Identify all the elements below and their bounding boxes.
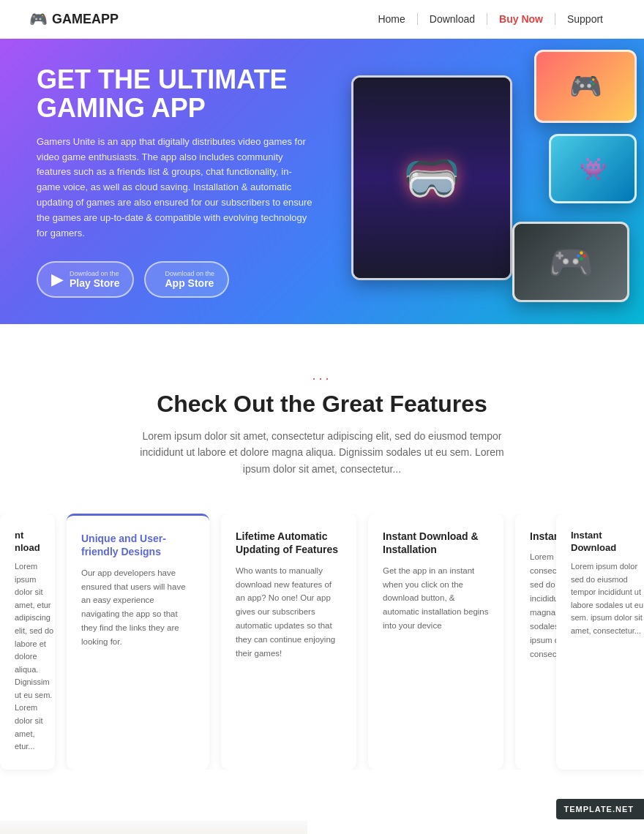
playstore-icon: ▶ [51, 270, 64, 289]
feature-cards-main: Unique and User-friendly Designs Our app… [55, 514, 556, 770]
card-unique-body: Our app developers have ensured that use… [81, 566, 195, 650]
hero-description: Gamers Unite is an app that digitally di… [37, 135, 315, 241]
playstore-button[interactable]: ▶ Download on the Play Store [37, 261, 134, 298]
playstore-text: Download on the Play Store [70, 270, 119, 289]
navbar: 🎮 GAMEAPP Home Download Buy Now Support [0, 0, 644, 39]
vr-mask-icon: 🥽 [402, 151, 461, 206]
card-instant-install-title: Instant Download & Installation [383, 530, 489, 556]
nav-support[interactable]: Support [555, 13, 615, 25]
feature-card-unique: Unique and User-friendly Designs Our app… [67, 514, 209, 770]
controller-icon: 🎮 [548, 241, 594, 283]
logo-icon: 🎮 [29, 10, 48, 28]
logo-text: GAMEAPP [52, 12, 119, 27]
hero-card-1: 🎮 [534, 50, 637, 123]
appstore-button[interactable]: Download on the App Store [144, 261, 229, 298]
benefits-image: 🥽 🙌 🎮 [0, 821, 307, 834]
feature-card-instant: Instant Download Lorem ipsum dolor sit a… [515, 514, 556, 770]
feature-card-partial-left: ntnload Lorem ipsum dolor sit amet, etur… [0, 514, 55, 770]
hero-buttons: ▶ Download on the Play Store Download on… [37, 261, 315, 298]
benefits-content: ... Get our App & Experience the Benefit… [307, 821, 644, 834]
hero-title: GET THE ULTIMATE GAMING APP [37, 65, 315, 123]
feature-card-lifetime: Lifetime Automatic Updating of Features … [221, 514, 356, 770]
appstore-text: Download on the App Store [165, 270, 214, 289]
card-lifetime-body: Who wants to manually download new featu… [236, 564, 342, 661]
card-unique-title: Unique and User-friendly Designs [81, 532, 195, 558]
hero-controller-card: 🎮 [512, 222, 629, 302]
template-badge: TEMPLATE.NET [556, 799, 644, 819]
benefits-section: 🥽 🙌 🎮 ... Get our App & Experience the B… [0, 821, 644, 834]
features-subtitle: Lorem ipsum dolor sit amet, consectetur … [132, 428, 512, 477]
hero-section: GET THE ULTIMATE GAMING APP Gamers Unite… [0, 39, 644, 324]
card-instant-install-body: Get the app in an instant when you click… [383, 564, 489, 634]
nav-download[interactable]: Download [418, 13, 487, 25]
partial-right-title: InstantDownload [571, 530, 644, 555]
card-lifetime-title: Lifetime Automatic Updating of Features [236, 530, 342, 556]
hero-vr-card: 🥽 [351, 75, 512, 280]
card-instant-title: Instant Download [530, 530, 556, 543]
nav-links: Home Download Buy Now Support [366, 13, 615, 25]
features-title: Check Out the Great Features [15, 391, 629, 418]
feature-card-partial-right: InstantDownload Lorem ipsum dolor sed do… [556, 514, 644, 770]
features-dots: ... [15, 368, 629, 383]
hero-card-2: 👾 [549, 134, 637, 203]
nav-buynow[interactable]: Buy Now [487, 13, 555, 25]
nav-home[interactable]: Home [366, 13, 417, 25]
card-instant-body: Lorem ipsum dolor sit amet, consectetur … [530, 550, 556, 661]
hero-content: GET THE ULTIMATE GAMING APP Gamers Unite… [0, 39, 351, 324]
logo[interactable]: 🎮 GAMEAPP [29, 10, 119, 28]
feature-card-instant-install: Instant Download & Installation Get the … [368, 514, 503, 770]
feature-cards-row: ntnload Lorem ipsum dolor sit amet, etur… [0, 514, 644, 799]
features-section: ... Check Out the Great Features Lorem i… [0, 324, 644, 514]
